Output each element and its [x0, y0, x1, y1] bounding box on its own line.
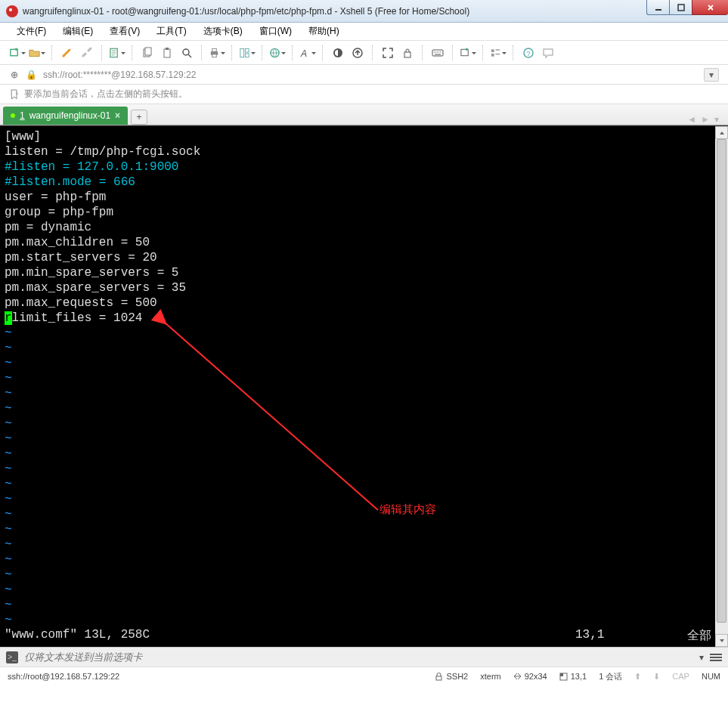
info-bar: 要添加当前会话，点击左侧的箭头按钮。	[0, 85, 728, 104]
svg-rect-24	[491, 53, 494, 56]
status-size: 92x34	[513, 672, 547, 681]
window-buttons	[646, 0, 728, 15]
status-numlock: NUM	[702, 672, 720, 681]
svg-rect-23	[496, 49, 500, 50]
reconnect-button[interactable]	[59, 45, 76, 61]
connection-status-icon	[11, 113, 15, 118]
menu-window[interactable]: 窗口(W)	[255, 23, 296, 39]
terminal[interactable]: [www] listen = /tmp/php-fcgi.sock #liste…	[0, 126, 716, 647]
menu-tools[interactable]: 工具(T)	[152, 23, 191, 39]
svg-rect-22	[491, 49, 494, 52]
menubar: 文件(F) 编辑(E) 查看(V) 工具(T) 选项卡(B) 窗口(W) 帮助(…	[0, 23, 728, 41]
status-sessions: 1 会话	[599, 671, 622, 682]
properties-button[interactable]	[109, 45, 125, 61]
status-down-icon: ⬇	[653, 672, 660, 682]
status-term: xterm	[480, 672, 501, 681]
print-button[interactable]	[209, 45, 225, 61]
scroll-down-button[interactable]	[715, 634, 728, 647]
toolbar: A ?	[0, 41, 728, 65]
help-button[interactable]: ?	[520, 45, 537, 61]
svg-rect-14	[245, 53, 249, 57]
address-input[interactable]	[43, 70, 698, 80]
lock-icon: 🔒	[26, 70, 37, 80]
copy-button[interactable]	[139, 45, 156, 61]
svg-text:?: ?	[527, 50, 531, 57]
annotation-label: 编辑其内容	[379, 503, 436, 517]
keyboard-button[interactable]	[429, 45, 446, 61]
xftp-button[interactable]	[349, 45, 366, 61]
xagent-button[interactable]	[330, 45, 346, 61]
disconnect-button[interactable]	[79, 45, 95, 61]
svg-rect-31	[560, 673, 563, 676]
lock-button[interactable]	[399, 45, 416, 61]
close-button[interactable]	[692, 0, 728, 15]
new-session-button[interactable]	[9, 45, 26, 61]
font-button[interactable]: A	[299, 45, 316, 61]
tab-index: 1	[20, 110, 25, 121]
session-tab[interactable]: 1 wangruifenglinux-01 ×	[3, 107, 128, 125]
open-button[interactable]	[29, 45, 45, 61]
menu-edit[interactable]: 编辑(E)	[58, 23, 98, 39]
encoding-button[interactable]	[269, 45, 286, 61]
go-button[interactable]: ▾	[704, 68, 719, 82]
fullscreen-button[interactable]	[379, 45, 396, 61]
svg-rect-13	[245, 48, 249, 52]
layout-button[interactable]	[239, 45, 256, 61]
menu-view[interactable]: 查看(V)	[105, 23, 144, 39]
compose-input[interactable]	[24, 651, 693, 663]
compose-target-button[interactable]: ▾	[699, 652, 704, 663]
prompt-icon: >_	[6, 651, 18, 663]
minimize-button[interactable]	[646, 0, 669, 15]
vim-file-info: "www.comf" 13L, 258C	[5, 628, 150, 644]
status-pos: 13,1	[559, 672, 587, 681]
vim-status-line: "www.comf" 13L, 258C 13,1 全部	[5, 628, 711, 644]
feedback-button[interactable]	[540, 45, 556, 61]
svg-rect-12	[240, 48, 244, 57]
compose-menu-button[interactable]	[710, 654, 722, 661]
svg-rect-7	[166, 48, 169, 50]
tab-next-button[interactable]: ►	[701, 114, 710, 125]
new-tab-button[interactable]: +	[131, 110, 147, 125]
tab-label: wangruifenglinux-01	[29, 110, 110, 121]
scroll-up-button[interactable]	[715, 126, 728, 139]
svg-rect-11	[212, 54, 217, 57]
compose-bar: >_ ▾	[0, 647, 728, 666]
svg-rect-19	[404, 52, 410, 57]
tab-prev-button[interactable]: ◄	[687, 114, 696, 125]
svg-rect-5	[145, 48, 151, 55]
status-capslock: CAP	[672, 672, 689, 681]
view-mode-button[interactable]	[490, 45, 507, 61]
paste-button[interactable]	[159, 45, 175, 61]
scrollbar-thumb[interactable]	[717, 139, 726, 623]
titlebar: wangruifenglinux-01 - root@wangruifeng-0…	[0, 0, 728, 23]
maximize-button[interactable]	[669, 0, 692, 15]
menu-tab[interactable]: 选项卡(B)	[199, 23, 247, 39]
find-button[interactable]	[178, 45, 195, 61]
svg-rect-25	[496, 53, 500, 54]
menu-file[interactable]: 文件(F)	[12, 23, 51, 39]
terminal-area: [www] listen = /tmp/php-fcgi.sock #liste…	[0, 125, 728, 647]
add-session-icon[interactable]: ⊕	[9, 70, 20, 80]
tab-bar: 1 wangruifenglinux-01 × + ◄ ► ▾	[0, 104, 728, 125]
bookmark-icon[interactable]	[9, 89, 20, 100]
svg-rect-6	[164, 49, 170, 57]
status-connection: ssh://root@192.168.57.129:22	[8, 672, 119, 681]
svg-rect-29	[436, 676, 441, 680]
new-window-button[interactable]	[460, 45, 476, 61]
vertical-scrollbar[interactable]	[715, 126, 728, 647]
app-icon	[6, 5, 18, 17]
menu-help[interactable]: 帮助(H)	[304, 23, 344, 39]
svg-text:A: A	[300, 48, 307, 58]
address-bar: ⊕ 🔒 ▾	[0, 65, 728, 85]
vim-scroll-pos: 全部	[666, 628, 711, 644]
info-text: 要添加当前会话，点击左侧的箭头按钮。	[24, 88, 187, 101]
svg-rect-10	[212, 48, 217, 51]
window-title: wangruifenglinux-01 - root@wangruifeng-0…	[23, 6, 646, 17]
vim-cursor-pos: 13,1	[575, 628, 666, 644]
status-protocol: SSH2	[435, 672, 468, 681]
tab-nav: ◄ ► ▾	[687, 114, 725, 125]
status-up-icon: ⬆	[634, 672, 641, 682]
svg-point-8	[183, 49, 189, 55]
tab-close-icon[interactable]: ×	[115, 110, 120, 121]
tab-list-button[interactable]: ▾	[714, 114, 719, 125]
